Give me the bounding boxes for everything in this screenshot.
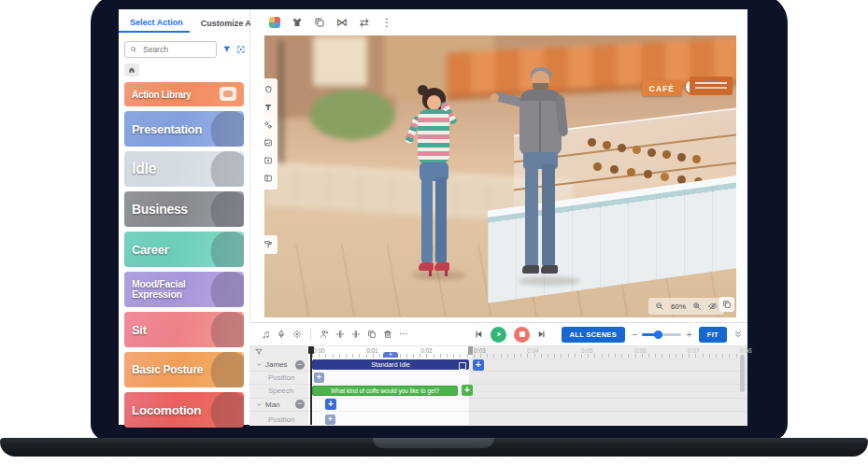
cafe-sign: CAFÉ — [642, 80, 682, 96]
man-visibility-button[interactable]: − — [295, 400, 305, 409]
grab-tool-icon[interactable] — [263, 85, 273, 94]
add-action-button[interactable]: + — [473, 359, 484, 371]
background-roller-icon[interactable] — [263, 240, 273, 249]
chevron-down-icon — [256, 401, 263, 408]
action-category-list: Action Library Presentation Idle Busines… — [124, 82, 244, 428]
timeline-scrollbar[interactable] — [740, 355, 745, 392]
image-tool-icon[interactable] — [263, 138, 273, 148]
slider-plus-icon[interactable]: + — [686, 330, 691, 340]
collapse-timeline-icon[interactable] — [733, 330, 743, 339]
track-james-position[interactable]: Position — [268, 373, 294, 382]
add-man-action-button[interactable]: + — [325, 399, 336, 410]
playback-controls — [474, 323, 547, 345]
copy-icon — [314, 17, 325, 28]
zoom-in-icon[interactable] — [692, 302, 702, 311]
text-tool-icon[interactable] — [263, 103, 273, 112]
all-scenes-button[interactable]: ALL SCENES — [562, 327, 625, 343]
add-position-button[interactable]: + — [314, 373, 324, 383]
stop-button[interactable] — [514, 327, 530, 343]
character-woman[interactable] — [405, 88, 464, 286]
search-input[interactable] — [124, 41, 217, 58]
character-color-button[interactable] — [267, 15, 282, 30]
hide-ui-icon[interactable] — [708, 302, 718, 311]
swap-icon: ⇄ — [360, 17, 369, 28]
category-career[interactable]: Career — [124, 232, 244, 267]
props-tool-icon[interactable] — [263, 120, 273, 130]
home-icon — [128, 66, 135, 74]
microphone-icon[interactable] — [277, 330, 286, 339]
category-sit[interactable]: Sit — [124, 312, 244, 347]
skip-start-icon[interactable] — [474, 330, 483, 339]
woman-red-heel — [434, 262, 449, 271]
track-man[interactable]: Man — [256, 401, 280, 409]
category-mood-facial-expression[interactable]: Mood/Facial Expression — [124, 272, 244, 307]
james-visibility-button[interactable]: − — [295, 360, 305, 370]
outfit-button[interactable] — [290, 15, 305, 30]
search-row — [124, 41, 246, 58]
duplicate-scene-button[interactable] — [719, 297, 734, 312]
slider-minus-icon[interactable]: − — [632, 330, 637, 340]
add-speech-button[interactable]: + — [462, 385, 473, 396]
focus-character-icon[interactable] — [236, 45, 246, 54]
woman-face — [427, 95, 441, 110]
timeline-right-controls: ALL SCENES − + FIT — [562, 323, 743, 345]
flip-icon: ⋈ — [336, 17, 348, 28]
playhead[interactable] — [310, 346, 312, 425]
clip-standard-idle[interactable]: Standard Idle — [312, 359, 469, 370]
flip-button[interactable]: ⋈ — [334, 15, 349, 30]
divider — [310, 329, 311, 340]
category-business[interactable]: Business — [124, 191, 244, 227]
tab-select-action[interactable]: Select Action — [119, 13, 190, 33]
pastries — [588, 138, 596, 147]
filter-icon[interactable] — [222, 45, 232, 54]
duplicate-icon — [722, 300, 732, 309]
swap-button[interactable]: ⇄ — [357, 15, 372, 30]
shirt-icon — [292, 17, 303, 28]
library-icon — [220, 87, 236, 101]
track-man-position[interactable]: Position — [268, 415, 294, 424]
timeline-zoom-slider[interactable]: − + — [632, 330, 692, 340]
duplicate-clip-icon[interactable] — [367, 330, 377, 339]
more-options-button[interactable]: ⋮ — [379, 15, 394, 30]
split-right-icon[interactable] — [351, 330, 361, 339]
duplicate-character-button[interactable] — [312, 15, 327, 30]
character-man[interactable] — [504, 67, 584, 291]
music-icon[interactable]: ♫ — [262, 329, 270, 340]
scene-end-marker[interactable] — [468, 346, 473, 355]
category-basic-posture[interactable]: Basic Posture — [124, 352, 244, 387]
cafe-secondary-sign — [690, 77, 733, 95]
canvas-right-strip — [736, 9, 747, 322]
track-james[interactable]: James — [256, 360, 288, 369]
fit-button[interactable]: FIT — [699, 327, 727, 343]
panel-tool-icon[interactable] — [263, 174, 273, 183]
remove-actor-icon[interactable] — [320, 330, 329, 339]
scene-canvas[interactable]: CAFÉ — [264, 35, 736, 317]
scene-tool-rail — [259, 78, 277, 190]
zoom-level: 60% — [671, 302, 686, 311]
category-presentation[interactable]: Presentation — [124, 111, 244, 147]
slider-handle[interactable] — [654, 330, 662, 339]
play-button[interactable] — [491, 327, 506, 343]
category-locomotion[interactable]: Locomotion — [124, 392, 244, 428]
category-action-library[interactable]: Action Library — [124, 82, 244, 106]
effects-icon[interactable] — [292, 330, 302, 339]
skip-end-icon[interactable] — [537, 330, 547, 339]
clip-speech[interactable]: What kind of coffe would you like to get… — [312, 386, 458, 396]
clip-settings-icon[interactable] — [459, 362, 466, 370]
video-tool-icon[interactable] — [263, 156, 273, 165]
category-idle[interactable]: Idle — [124, 151, 244, 187]
scene-background-rail — [259, 235, 277, 254]
track-filter — [249, 346, 308, 358]
track-james-speech[interactable]: Speech — [268, 387, 293, 395]
add-man-position-button[interactable]: + — [325, 415, 335, 425]
track-filter-icon[interactable] — [255, 348, 263, 356]
character-icon — [269, 17, 280, 28]
delete-icon[interactable] — [383, 330, 392, 339]
zoom-out-icon[interactable] — [655, 302, 664, 311]
page: Select Action Customize Action Action Li… — [0, 0, 868, 464]
timeline-tracks: James − Standard Idle + Position + Speec… — [249, 358, 747, 425]
search-field[interactable] — [141, 44, 201, 55]
more-timeline-icon[interactable]: ⋯ — [399, 330, 408, 339]
home-button[interactable] — [124, 63, 139, 77]
split-left-icon[interactable] — [335, 330, 345, 339]
